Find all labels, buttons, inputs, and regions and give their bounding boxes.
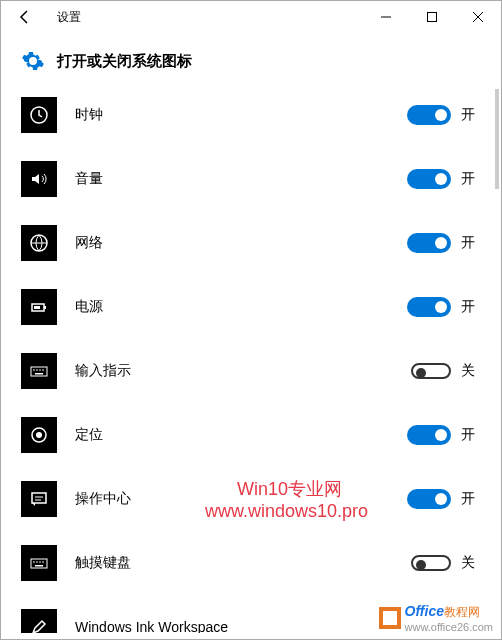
- toggle-state-label: 开: [461, 298, 481, 316]
- minimize-icon: [381, 12, 391, 22]
- toggle-state-label: 关: [461, 554, 481, 572]
- page-header: 打开或关闭系统图标: [21, 49, 481, 73]
- toggle-volume[interactable]: [407, 169, 451, 189]
- setting-label: 定位: [75, 426, 407, 444]
- setting-row-clock: 时钟 开: [21, 97, 481, 133]
- setting-label: 时钟: [75, 106, 407, 124]
- setting-row-power: 电源 开: [21, 289, 481, 325]
- setting-row-volume: 音量 开: [21, 161, 481, 197]
- setting-row-action-center: 操作中心 开: [21, 481, 481, 517]
- toggle-location[interactable]: [407, 425, 451, 445]
- maximize-icon: [427, 12, 437, 22]
- setting-label: 触摸键盘: [75, 554, 411, 572]
- minimize-button[interactable]: [363, 1, 409, 33]
- toggle-network[interactable]: [407, 233, 451, 253]
- clock-icon: [21, 97, 57, 133]
- svg-point-14: [36, 432, 42, 438]
- titlebar: 设置: [1, 1, 501, 33]
- toggle-state-label: 开: [461, 426, 481, 444]
- setting-row-input-indicator: 输入指示 关: [21, 353, 481, 389]
- svg-point-19: [33, 561, 35, 563]
- setting-row-touch-keyboard: 触摸键盘 关: [21, 545, 481, 581]
- setting-label: 网络: [75, 234, 407, 252]
- gear-icon: [21, 49, 45, 73]
- svg-rect-6: [34, 306, 40, 309]
- svg-rect-18: [31, 559, 47, 568]
- touch-keyboard-icon: [21, 545, 57, 581]
- toggle-action-center[interactable]: [407, 489, 451, 509]
- setting-label: 音量: [75, 170, 407, 188]
- arrow-left-icon: [17, 9, 33, 25]
- maximize-button[interactable]: [409, 1, 455, 33]
- svg-point-8: [33, 369, 35, 371]
- network-icon: [21, 225, 57, 261]
- location-icon: [21, 417, 57, 453]
- page-title: 打开或关闭系统图标: [57, 52, 192, 71]
- close-button[interactable]: [455, 1, 501, 33]
- pen-icon: [21, 609, 57, 633]
- toggle-power[interactable]: [407, 297, 451, 317]
- content-area: 打开或关闭系统图标 时钟 开 音量 开 网络 开 电源 开 输入指示 关 定位 …: [1, 33, 501, 633]
- close-icon: [473, 12, 483, 22]
- toggle-state-label: 开: [461, 490, 481, 508]
- svg-point-21: [39, 561, 41, 563]
- volume-icon: [21, 161, 57, 197]
- svg-point-22: [42, 561, 44, 563]
- power-icon: [21, 289, 57, 325]
- app-title: 设置: [57, 9, 81, 26]
- toggle-state-label: 开: [461, 234, 481, 252]
- svg-point-11: [42, 369, 44, 371]
- toggle-clock[interactable]: [407, 105, 451, 125]
- scrollbar[interactable]: [495, 89, 499, 189]
- toggle-state-label: 开: [461, 106, 481, 124]
- toggle-input-indicator[interactable]: [411, 363, 451, 379]
- svg-rect-15: [32, 493, 46, 503]
- setting-label: 电源: [75, 298, 407, 316]
- titlebar-left: 设置: [9, 1, 81, 33]
- toggle-touch-keyboard[interactable]: [411, 555, 451, 571]
- svg-rect-1: [428, 13, 437, 22]
- svg-point-20: [36, 561, 38, 563]
- toggle-state-label: 开: [461, 170, 481, 188]
- svg-rect-7: [31, 367, 47, 376]
- svg-rect-5: [44, 306, 46, 309]
- setting-row-network: 网络 开: [21, 225, 481, 261]
- window-controls: [363, 1, 501, 33]
- svg-rect-12: [35, 373, 43, 375]
- setting-row-location: 定位 开: [21, 417, 481, 453]
- svg-point-10: [39, 369, 41, 371]
- setting-label: Windows Ink Workspace: [75, 619, 481, 633]
- action-center-icon: [21, 481, 57, 517]
- svg-rect-23: [35, 565, 43, 567]
- keyboard-icon: [21, 353, 57, 389]
- setting-label: 输入指示: [75, 362, 411, 380]
- setting-row-windows-ink: Windows Ink Workspace: [21, 609, 481, 633]
- toggle-state-label: 关: [461, 362, 481, 380]
- back-button[interactable]: [9, 1, 41, 33]
- svg-point-9: [36, 369, 38, 371]
- setting-label: 操作中心: [75, 490, 407, 508]
